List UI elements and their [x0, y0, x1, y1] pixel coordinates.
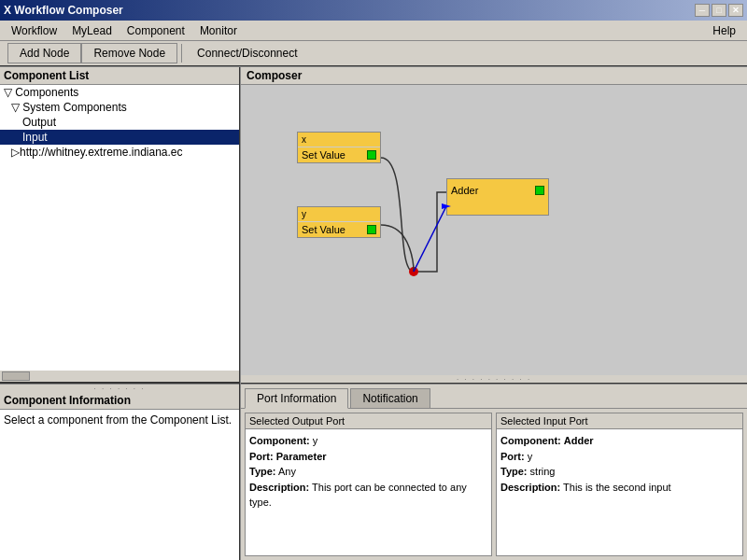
tree-arrow: ▷: [11, 146, 20, 159]
component-info-header: Component Information: [0, 392, 239, 410]
window-title: X Workflow Composer: [4, 4, 123, 17]
title-bar: X Workflow Composer ─ □ ✕: [0, 0, 747, 21]
menu-monitor[interactable]: Monitor: [192, 22, 245, 39]
toolbar: Add Node Remove Node Connect/Disconnect: [0, 41, 747, 67]
menu-bar: Workflow MyLead Component Monitor Help: [0, 21, 747, 41]
menu-mylead[interactable]: MyLead: [64, 22, 120, 39]
node-y-label: Set Value: [302, 224, 345, 235]
output-component-line: Component: y: [249, 433, 487, 449]
input-type-line: Type: string: [500, 464, 739, 480]
input-desc-label: Description:: [500, 482, 560, 493]
close-button[interactable]: ✕: [728, 4, 743, 17]
output-port-line: Port: Parameter: [249, 449, 487, 465]
tree-item-url[interactable]: ▷ http://whitney.extreme.indiana.ec: [0, 145, 239, 160]
component-info-text: Select a component from the Component Li…: [0, 410, 239, 560]
input-port-content: Component: Adder Port: y Type: string: [497, 429, 742, 555]
tab-notification[interactable]: Notification: [350, 388, 430, 408]
svg-line-1: [414, 206, 446, 272]
add-node-button[interactable]: Add Node: [7, 43, 81, 63]
input-type-label: Type:: [500, 466, 528, 477]
input-port-label: Port:: [500, 451, 525, 462]
left-panel: Component List ▽ Components ▽ System Com…: [0, 67, 241, 560]
tree-label: ▽ System Components: [11, 101, 127, 114]
connect-disconnect-label: Connect/Disconnect: [186, 44, 308, 63]
input-port-line: Port: y: [500, 449, 739, 465]
selected-input-port: Selected Input Port Component: Adder Por…: [496, 413, 743, 556]
main-layout: Component List ▽ Components ▽ System Com…: [0, 67, 747, 560]
node-x-title: x: [298, 133, 380, 147]
tree-item-output[interactable]: Output: [0, 115, 239, 130]
node-x-label: Set Value: [302, 149, 345, 161]
menu-help[interactable]: Help: [705, 22, 743, 39]
h-scrollbar[interactable]: [0, 371, 239, 382]
selected-output-port: Selected Output Port Component: y Port: …: [245, 413, 492, 556]
node-adder-body: Adder: [447, 179, 548, 202]
remove-node-button[interactable]: Remove Node: [81, 43, 177, 63]
output-type-value: Any: [278, 466, 296, 477]
node-y-output-port[interactable]: [367, 225, 376, 234]
menu-workflow[interactable]: Workflow: [4, 22, 64, 39]
node-adder[interactable]: Adder: [446, 178, 549, 216]
tree-area[interactable]: ▽ Components ▽ System Components Output …: [0, 85, 239, 371]
tabs-container: Port Information Notification: [241, 385, 747, 409]
title-bar-buttons: ─ □ ✕: [695, 4, 743, 17]
input-component-label: Component:: [500, 435, 561, 446]
input-component-value: Adder: [564, 435, 594, 446]
tree-item-system-components[interactable]: ▽ System Components: [0, 100, 239, 115]
output-port-content: Component: y Port: Parameter Type: Any: [246, 429, 491, 555]
composer-canvas[interactable]: x Set Value y Set Value: [241, 85, 747, 375]
node-x-output-port[interactable]: [367, 150, 376, 160]
component-list-header: Component List: [0, 67, 239, 85]
right-panel: Composer x Set Value y Set Value: [241, 67, 747, 560]
maximize-button[interactable]: □: [712, 4, 726, 17]
tree-label: Output: [22, 116, 56, 129]
output-port-value: Parameter: [276, 451, 327, 462]
svg-point-0: [409, 267, 418, 276]
resize-handle-horiz[interactable]: · · · · · · · · · ·: [241, 375, 747, 383]
node-y[interactable]: y Set Value: [297, 206, 381, 238]
component-list: Component List ▽ Components ▽ System Com…: [0, 67, 239, 385]
resize-handle-vertical[interactable]: · · · · · · ·: [0, 385, 239, 392]
port-info-content: Selected Output Port Component: y Port: …: [241, 409, 747, 560]
bottom-panel: Port Information Notification Selected O…: [241, 383, 747, 560]
node-x-body: Set Value: [298, 147, 380, 162]
input-component-line: Component: Adder: [500, 433, 739, 449]
output-desc-line: Description: This port can be connected …: [249, 480, 487, 511]
minimize-button[interactable]: ─: [695, 4, 710, 17]
tree-label: http://whitney.extreme.indiana.ec: [20, 146, 183, 159]
output-desc-label: Description:: [249, 482, 309, 493]
node-adder-label: Adder: [451, 185, 478, 196]
tree-label: ▽ Components: [4, 86, 78, 99]
tree-label: Input: [22, 131, 48, 144]
output-port-label: Port:: [249, 451, 274, 462]
composer-area: Composer x Set Value y Set Value: [241, 67, 747, 375]
node-y-body: Set Value: [298, 222, 380, 237]
component-info-panel: Component Information Select a component…: [0, 392, 239, 560]
tab-port-information[interactable]: Port Information: [245, 388, 348, 409]
output-type-line: Type: Any: [249, 464, 487, 480]
input-desc-line: Description: This is the second input: [500, 480, 739, 496]
output-component-value: y: [313, 435, 318, 446]
node-y-title: y: [298, 207, 380, 222]
output-type-label: Type:: [249, 466, 276, 477]
output-component-label: Component:: [249, 435, 310, 446]
input-desc-value: This is the second input: [563, 482, 671, 493]
tree-item-input[interactable]: Input: [0, 130, 239, 145]
input-type-value: string: [530, 466, 556, 477]
node-x[interactable]: x Set Value: [297, 132, 381, 163]
composer-header: Composer: [241, 67, 747, 85]
input-port-header: Selected Input Port: [497, 413, 742, 429]
input-port-value: y: [528, 451, 533, 462]
output-port-header: Selected Output Port: [246, 413, 491, 429]
node-adder-output-port[interactable]: [535, 186, 544, 195]
menu-component[interactable]: Component: [120, 22, 192, 39]
tree-item-components[interactable]: ▽ Components: [0, 85, 239, 100]
toolbar-separator: [181, 44, 182, 63]
